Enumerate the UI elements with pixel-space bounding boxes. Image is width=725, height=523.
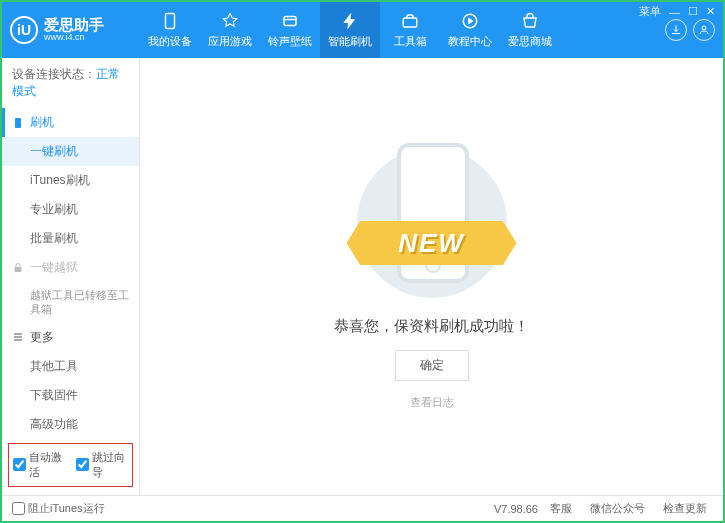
sidebar-item-flash-3[interactable]: 批量刷机 [2, 224, 139, 253]
support-link[interactable]: 客服 [544, 501, 578, 516]
cb-skip-guide-input[interactable] [76, 458, 89, 471]
svg-rect-2 [403, 18, 417, 27]
wechat-link[interactable]: 微信公众号 [584, 501, 651, 516]
user-button[interactable] [693, 19, 715, 41]
cb2-label: 跳过向导 [92, 450, 129, 480]
minimize-button[interactable]: — [669, 6, 680, 18]
brand: iU 爱思助手 www.i4.cn [10, 16, 140, 44]
cb-block-itunes-input[interactable] [12, 502, 25, 515]
nav-store[interactable]: 爱思商城 [500, 2, 560, 58]
cb1-label: 自动激活 [29, 450, 66, 480]
flash-icon [340, 11, 360, 31]
flash-header-label: 刷机 [30, 114, 54, 131]
nav-label: 工具箱 [394, 34, 427, 49]
nav-label: 应用游戏 [208, 34, 252, 49]
svg-rect-5 [15, 118, 21, 128]
sidebar: 设备连接状态：正常模式 刷机 一键刷机iTunes刷机专业刷机批量刷机 一键越狱… [2, 58, 140, 495]
svg-rect-6 [15, 267, 22, 272]
sidebar-header-more[interactable]: 更多 [2, 323, 139, 352]
svg-rect-0 [166, 14, 175, 29]
main-content: NEW 恭喜您，保资料刷机成功啦！ 确定 查看日志 [140, 58, 723, 495]
nav-label: 爱思商城 [508, 34, 552, 49]
ring-icon [280, 11, 300, 31]
svg-point-4 [702, 26, 706, 30]
tools-icon [400, 11, 420, 31]
checkbox-block-itunes[interactable]: 阻止iTunes运行 [12, 501, 105, 516]
version-label: V7.98.66 [494, 503, 538, 515]
jailbreak-note: 越狱工具已转移至工具箱 [2, 282, 139, 323]
checkbox-skip-guide[interactable]: 跳过向导 [76, 450, 129, 480]
svg-rect-1 [284, 17, 296, 26]
nav-flash[interactable]: 智能刷机 [320, 2, 380, 58]
connection-status: 设备连接状态：正常模式 [2, 58, 139, 108]
checkbox-row: 自动激活 跳过向导 [8, 443, 133, 487]
nav-label: 教程中心 [448, 34, 492, 49]
download-button[interactable] [665, 19, 687, 41]
maximize-button[interactable]: ☐ [688, 5, 698, 18]
download-icon [670, 24, 682, 36]
user-icon [698, 24, 710, 36]
more-header-label: 更多 [30, 329, 54, 346]
sidebar-item-more-2[interactable]: 高级功能 [2, 410, 139, 439]
nav-label: 铃声壁纸 [268, 34, 312, 49]
nav-label: 智能刷机 [328, 34, 372, 49]
close-button[interactable]: ✕ [706, 5, 715, 18]
app-window: 菜单 — ☐ ✕ iU 爱思助手 www.i4.cn 我的设备应用游戏铃声壁纸智… [0, 0, 725, 523]
statusbar: 阻止iTunes运行 V7.98.66 客服 微信公众号 检查更新 [2, 495, 723, 521]
conn-label: 设备连接状态： [12, 67, 96, 81]
window-controls: 菜单 — ☐ ✕ [639, 4, 715, 19]
new-ribbon: NEW [347, 221, 517, 265]
sidebar-header-flash[interactable]: 刷机 [2, 108, 139, 137]
sidebar-item-more-1[interactable]: 下载固件 [2, 381, 139, 410]
nav-ring[interactable]: 铃声壁纸 [260, 2, 320, 58]
sidebar-header-jailbreak: 一键越狱 [2, 253, 139, 282]
store-icon [520, 11, 540, 31]
titlebar: iU 爱思助手 www.i4.cn 我的设备应用游戏铃声壁纸智能刷机工具箱教程中… [2, 2, 723, 58]
menu-button[interactable]: 菜单 [639, 4, 661, 19]
nav-label: 我的设备 [148, 34, 192, 49]
checkbox-auto-activate[interactable]: 自动激活 [13, 450, 66, 480]
check-update-link[interactable]: 检查更新 [657, 501, 713, 516]
nav-tools[interactable]: 工具箱 [380, 2, 440, 58]
device-icon [160, 11, 180, 31]
sidebar-item-flash-0[interactable]: 一键刷机 [2, 137, 139, 166]
nav-apps[interactable]: 应用游戏 [200, 2, 260, 58]
brand-url: www.i4.cn [44, 33, 104, 43]
view-log-link[interactable]: 查看日志 [410, 395, 454, 410]
success-message: 恭喜您，保资料刷机成功啦！ [334, 317, 529, 336]
body: 设备连接状态：正常模式 刷机 一键刷机iTunes刷机专业刷机批量刷机 一键越狱… [2, 58, 723, 495]
apps-icon [220, 11, 240, 31]
cb-auto-activate-input[interactable] [13, 458, 26, 471]
tutorial-icon [460, 11, 480, 31]
sidebar-item-more-0[interactable]: 其他工具 [2, 352, 139, 381]
jailbreak-header-label: 一键越狱 [30, 259, 78, 276]
sidebar-item-flash-1[interactable]: iTunes刷机 [2, 166, 139, 195]
success-illustration: NEW [327, 143, 537, 303]
sidebar-item-flash-2[interactable]: 专业刷机 [2, 195, 139, 224]
block-itunes-label: 阻止iTunes运行 [28, 501, 105, 516]
title-right [665, 19, 715, 41]
list-icon [12, 331, 24, 343]
phone-icon [12, 117, 24, 129]
brand-name: 爱思助手 [44, 17, 104, 34]
ok-button[interactable]: 确定 [395, 350, 469, 381]
nav-tutorial[interactable]: 教程中心 [440, 2, 500, 58]
nav-device[interactable]: 我的设备 [140, 2, 200, 58]
logo-icon: iU [10, 16, 38, 44]
top-nav: 我的设备应用游戏铃声壁纸智能刷机工具箱教程中心爱思商城 [140, 2, 665, 58]
lock-icon [12, 262, 24, 274]
